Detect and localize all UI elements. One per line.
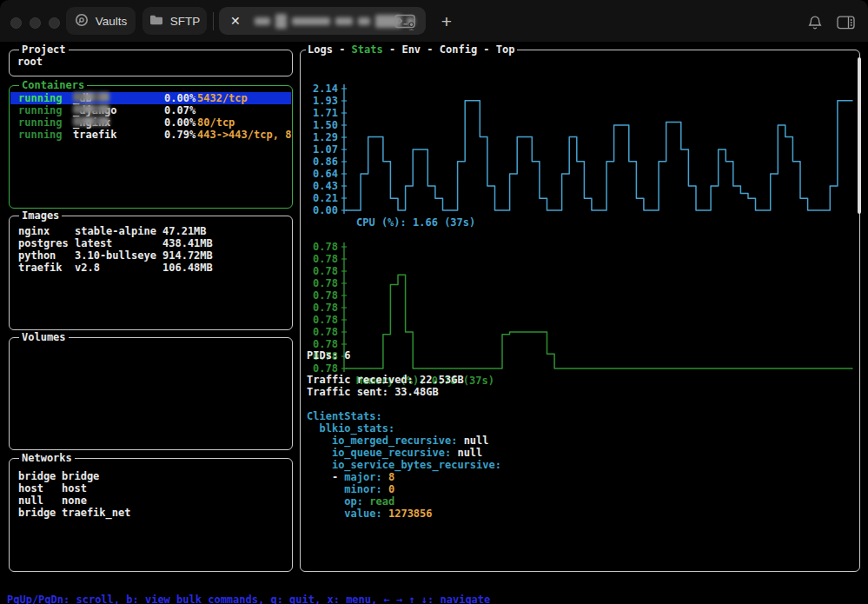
tab-separator: - <box>333 43 352 56</box>
container-cpu: 0.00% <box>164 92 195 104</box>
yaxis-tick-label: 0.78 <box>302 314 338 326</box>
stats-detail-line: io_queue_recursive: null <box>307 447 501 459</box>
redacted-text-block <box>358 17 370 25</box>
stats-panel-tabs: Logs - Stats - Env - Config - Top <box>306 43 517 56</box>
tab-top[interactable]: Top <box>496 43 515 56</box>
network-row[interactable]: bridgebridge <box>10 470 291 482</box>
tab-config[interactable]: Config <box>440 43 477 56</box>
containers-panel[interactable]: Containers running_db0.00%5432/tcprunnin… <box>9 85 293 209</box>
stats-detail-line: op: read <box>307 495 501 508</box>
cpu-chart-caption: CPU (%): 1.66 (37s) <box>356 216 475 229</box>
network-row[interactable]: bridgetraefik_net <box>10 507 291 519</box>
container-stats-details: PIDs: 6Traffic received: 22.53GBTraffic … <box>307 349 501 520</box>
termius-window: Vaults SFTP ✕ <box>0 0 868 604</box>
yaxis-tick-label: 1.50 <box>302 119 338 131</box>
project-panel[interactable]: Project root <box>9 50 293 76</box>
stats-detail-line: Traffic sent: 33.48GB <box>307 386 501 398</box>
image-size: 106.48MB <box>162 262 213 274</box>
image-tag: latest <box>75 237 112 249</box>
tab-stats[interactable]: Stats <box>352 43 383 56</box>
keybindings-help-text: PgUp/PgDn: scroll, b: view bulk commands… <box>7 593 490 604</box>
yaxis-tick-label: 0.78 <box>302 265 338 277</box>
stats-detail-line <box>307 398 501 410</box>
container-cpu: 0.79% <box>164 129 195 141</box>
container-row[interactable]: running_django0.07% <box>10 104 291 116</box>
yaxis-tick-label: 0.21 <box>302 192 338 204</box>
network-driver: bridge <box>18 507 56 519</box>
redacted-text-block <box>275 14 287 29</box>
network-row[interactable]: nullnone <box>10 494 291 507</box>
image-tag: 3.10-bullseye <box>75 249 156 262</box>
status-bar: PgUp/PgDn: scroll, b: view bulk commands… <box>0 579 868 593</box>
stats-panel-scrollbar[interactable] <box>858 57 861 214</box>
redacted-container-name <box>73 116 109 126</box>
close-window-button[interactable] <box>10 17 22 29</box>
yaxis-tick-label: 1.07 <box>302 143 338 156</box>
container-ports: 80/tcp <box>197 116 293 129</box>
toggle-side-panel-icon[interactable] <box>837 16 855 33</box>
terminal-host-icon <box>394 14 417 33</box>
stats-detail-line: PIDs: 6 <box>307 349 501 362</box>
close-tab-icon[interactable]: ✕ <box>230 14 241 28</box>
yaxis-tick-label: 0.78 <box>302 326 338 338</box>
tab-divider <box>213 12 214 30</box>
redacted-container-name <box>73 92 109 102</box>
network-name: host <box>62 482 87 494</box>
yaxis-tick-label: 0.78 <box>302 241 338 253</box>
networks-panel[interactable]: Networks bridgebridgehosthostnullnonebri… <box>9 458 293 572</box>
container-name: _django <box>73 104 117 116</box>
tab-sftp[interactable]: SFTP <box>142 7 207 35</box>
images-panel-title: Images <box>19 209 62 222</box>
volumes-panel[interactable]: Volumes <box>9 337 293 450</box>
new-tab-button[interactable]: + <box>435 10 458 33</box>
yaxis-tick-label: 0.78 <box>302 253 338 265</box>
yaxis-tick-label: 0.64 <box>302 168 338 180</box>
stats-detail-line: Traffic received: 22.53GB <box>307 374 501 386</box>
tab-logs[interactable]: Logs <box>308 43 333 56</box>
yaxis-tick-label: 1.71 <box>302 107 338 119</box>
container-row[interactable]: running_db0.00%5432/tcp <box>10 92 291 104</box>
stats-detail-line: value: 1273856 <box>307 508 501 520</box>
folder-icon <box>149 14 163 29</box>
stats-detail-line: ClientStats: <box>307 410 501 422</box>
tab-separator: - <box>383 43 402 56</box>
image-name: traefik <box>18 262 63 274</box>
container-name: _nginx <box>73 116 110 129</box>
container-row[interactable]: runningtraefik0.79%443->443/tcp, 8 <box>10 129 291 141</box>
volumes-panel-title: Volumes <box>19 331 69 343</box>
project-panel-title: Project <box>19 43 69 56</box>
stats-detail-line: - major: 8 <box>307 471 501 483</box>
network-driver: null <box>18 494 43 507</box>
tab-sftp-label: SFTP <box>170 15 201 28</box>
image-row[interactable]: traefikv2.8106.48MB <box>10 262 291 274</box>
images-panel[interactable]: Images nginxstable-alpine47.21MBpostgres… <box>9 216 293 330</box>
minimize-window-button[interactable] <box>30 17 41 29</box>
tab-vaults-label: Vaults <box>96 15 128 28</box>
network-driver: bridge <box>18 470 56 482</box>
container-cpu: 0.00% <box>164 116 195 129</box>
containers-panel-title: Containers <box>19 79 87 91</box>
zoom-window-button[interactable] <box>49 17 60 29</box>
notifications-bell-icon[interactable] <box>807 15 823 34</box>
redacted-text-block <box>335 17 353 25</box>
image-row[interactable]: postgreslatest438.41MB <box>10 237 291 249</box>
image-row[interactable]: python3.10-bullseye914.72MB <box>10 249 291 262</box>
container-row[interactable]: running_nginx0.00%80/tcp <box>10 116 291 129</box>
stats-panel[interactable]: Logs - Stats - Env - Config - Top 2.141.… <box>300 50 860 572</box>
yaxis-tick-label: 0.78 <box>302 289 338 302</box>
image-size: 47.21MB <box>162 225 207 237</box>
network-row[interactable]: hosthost <box>10 482 291 494</box>
yaxis-tick-label: 0.86 <box>302 156 338 168</box>
tab-vaults[interactable]: Vaults <box>66 7 136 35</box>
tab-env[interactable]: Env <box>401 43 421 56</box>
tab-terminal-active[interactable]: ✕ <box>219 7 426 35</box>
stats-detail-line <box>307 362 501 374</box>
image-row[interactable]: nginxstable-alpine47.21MB <box>10 225 291 237</box>
network-name: traefik_net <box>62 507 130 519</box>
image-tag: stable-alpine <box>75 225 156 237</box>
yaxis-tick-label: 1.29 <box>302 131 338 143</box>
active-tab-redacted-title <box>255 14 414 29</box>
image-size: 914.72MB <box>162 249 213 262</box>
image-name: python <box>18 249 56 262</box>
image-name: postgres <box>18 237 69 249</box>
